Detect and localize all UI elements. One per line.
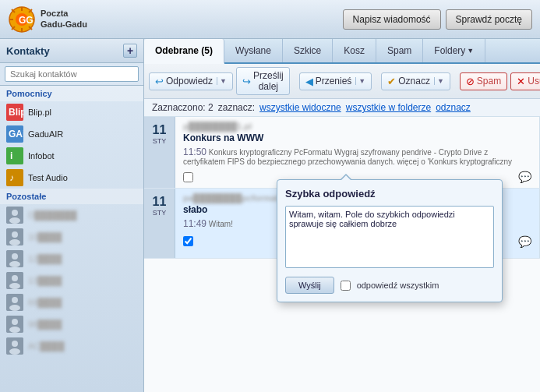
- contact-testaudio-name: Test Audio: [28, 173, 68, 182]
- reply-button[interactable]: ↩ Odpowiedz ▼: [149, 72, 233, 90]
- delete-button[interactable]: ✕ Usuń: [510, 72, 540, 90]
- email-1-chat-icon: 💬: [518, 171, 531, 183]
- popup-arrow-inner: [341, 175, 351, 181]
- svg-point-21: [9, 217, 20, 224]
- group-other-label: Pozostałe: [0, 189, 143, 204]
- group-helpers-label: Pomocnicy: [0, 86, 143, 101]
- svg-point-35: [12, 319, 18, 325]
- forward-icon: ↪: [242, 76, 251, 87]
- logo-text: Poczta Gadu-Gadu: [41, 9, 87, 29]
- default-avatar-1: [6, 207, 23, 224]
- logo-area: GG Poczta Gadu-Gadu: [8, 5, 335, 34]
- default-avatar-5: [6, 294, 23, 311]
- add-contact-button[interactable]: +: [123, 44, 137, 58]
- email-1-time: 11:50 Konkurs kryptograficzny PcFormatu …: [183, 147, 531, 166]
- svg-point-33: [9, 305, 20, 311]
- spam-button[interactable]: ⊘ Spam: [460, 72, 507, 90]
- mark-dropdown-arrow[interactable]: ▼: [434, 77, 444, 85]
- contact-other-3[interactable]: 12████: [0, 248, 143, 270]
- contact-infobot[interactable]: i Infobot: [0, 145, 143, 167]
- header: GG Poczta Gadu-Gadu Napisz wiadomość Spr…: [0, 0, 540, 39]
- reply-dropdown-arrow[interactable]: ▼: [217, 77, 227, 85]
- svg-text:GG: GG: [19, 15, 34, 26]
- testaudio-avatar: ♪: [6, 169, 23, 186]
- forward-button[interactable]: ↪ Prześlij dalej: [236, 67, 290, 95]
- sidebar-content: Pomocnicy Blip Blip.pl GAir GaduAIR i In…: [0, 86, 143, 392]
- svg-point-20: [12, 210, 18, 216]
- check-mail-button[interactable]: Sprawdź pocztę: [446, 9, 532, 30]
- contact-other-7-name: AC████: [28, 341, 64, 351]
- tab-spam[interactable]: Spam: [376, 39, 423, 62]
- email-list: 11 STY p████████1.pl Konkurs na WWW 11:5…: [144, 117, 540, 392]
- svg-point-39: [9, 348, 20, 355]
- tab-trash[interactable]: Kosz: [333, 39, 376, 62]
- move-button[interactable]: ◀ Przenieś ▼: [299, 72, 372, 90]
- move-dropdown-arrow[interactable]: ▼: [355, 77, 365, 85]
- sidebar-title: Kontakty: [6, 45, 50, 57]
- sidebar: Kontakty + Pomocnicy Blip Blip.pl GAir G…: [0, 39, 144, 392]
- contact-testaudio[interactable]: ♪ Test Audio: [0, 167, 143, 189]
- default-avatar-2: [6, 228, 23, 245]
- svg-text:GAir: GAir: [9, 129, 23, 139]
- default-avatar-7: [6, 337, 23, 355]
- quick-reply-title: Szybka odpowiedź: [285, 188, 494, 200]
- tab-folders[interactable]: Foldery ▼: [423, 39, 485, 62]
- tab-drafts[interactable]: Szkice: [283, 39, 333, 62]
- contact-other-1-name: D███████: [28, 210, 77, 220]
- contact-other-5-name: 69████: [28, 298, 62, 307]
- contact-blip[interactable]: Blip Blip.pl: [0, 101, 143, 123]
- contact-other-4[interactable]: 13████: [0, 270, 143, 291]
- send-button[interactable]: Wyślij: [285, 277, 334, 294]
- spam-icon: ⊘: [466, 76, 475, 87]
- select-visible-link[interactable]: wszystkie widoczne: [259, 102, 341, 113]
- email-1-sender: p████████1.pl: [183, 122, 531, 131]
- email-1-body: p████████1.pl Konkurs na WWW 11:50 Konku…: [175, 117, 540, 188]
- contact-other-6[interactable]: 98████: [0, 313, 143, 335]
- tab-sent[interactable]: Wysłane: [224, 39, 283, 62]
- email-1-checkbox[interactable]: [183, 172, 193, 182]
- email-1-month: STY: [153, 137, 167, 145]
- email-2-month: STY: [153, 209, 167, 217]
- contact-other-2[interactable]: 10████: [0, 226, 143, 248]
- svg-text:i: i: [10, 150, 12, 161]
- contact-blip-name: Blip.pl: [28, 108, 51, 117]
- zaznacz-label: zaznacz:: [218, 102, 255, 113]
- blip-avatar: Blip: [6, 104, 23, 121]
- email-2-checkbox[interactable]: [183, 236, 193, 246]
- deselect-link[interactable]: odznacz: [436, 102, 471, 113]
- svg-rect-15: [6, 147, 23, 164]
- gaduair-avatar: GAir: [6, 125, 23, 143]
- contact-other-5[interactable]: 69████: [0, 291, 143, 313]
- svg-point-30: [9, 283, 20, 289]
- svg-point-29: [12, 275, 18, 281]
- sidebar-header: Kontakty +: [0, 39, 143, 63]
- selection-bar: Zaznaczono: 2 zaznacz: wszystkie widoczn…: [144, 99, 540, 117]
- search-input[interactable]: [5, 66, 139, 82]
- email-1-subject: Konkurs na WWW: [183, 132, 531, 143]
- default-avatar-6: [6, 316, 23, 333]
- contact-other-4-name: 13████: [28, 276, 62, 285]
- move-icon: ◀: [305, 76, 313, 87]
- tab-received[interactable]: Odebrane (5): [144, 39, 224, 64]
- contact-other-2-name: 10████: [28, 232, 62, 242]
- default-avatar-3: [6, 250, 23, 267]
- search-box: [0, 63, 143, 86]
- svg-text:♪: ♪: [9, 172, 14, 183]
- contact-other-1[interactable]: D███████: [0, 204, 143, 226]
- email-2-chat-icon: 💬: [518, 235, 531, 248]
- reply-all-label: odpowiedź wszystkim: [357, 281, 439, 290]
- select-folder-link[interactable]: wszystkie w folderze: [346, 102, 431, 113]
- contact-other-6-name: 98████: [28, 320, 62, 329]
- quick-reply-textarea[interactable]: Witam, witam. Pole do szybkich odpowiedz…: [285, 206, 494, 268]
- contact-other-7[interactable]: AC████: [0, 335, 143, 357]
- contact-gaduair[interactable]: GAir GaduAIR: [0, 123, 143, 145]
- svg-point-38: [12, 341, 18, 347]
- compose-button[interactable]: Napisz wiadomość: [343, 9, 441, 30]
- email-2-day: 11: [153, 195, 167, 209]
- contact-gaduair-name: GaduAIR: [28, 129, 63, 139]
- svg-point-24: [9, 239, 20, 245]
- reply-all-checkbox[interactable]: [341, 281, 351, 291]
- mark-button[interactable]: ✔ Oznacz ▼: [381, 72, 450, 90]
- content-area: Odebrane (5) Wysłane Szkice Kosz Spam Fo…: [144, 39, 540, 392]
- tabs-bar: Odebrane (5) Wysłane Szkice Kosz Spam Fo…: [144, 39, 540, 64]
